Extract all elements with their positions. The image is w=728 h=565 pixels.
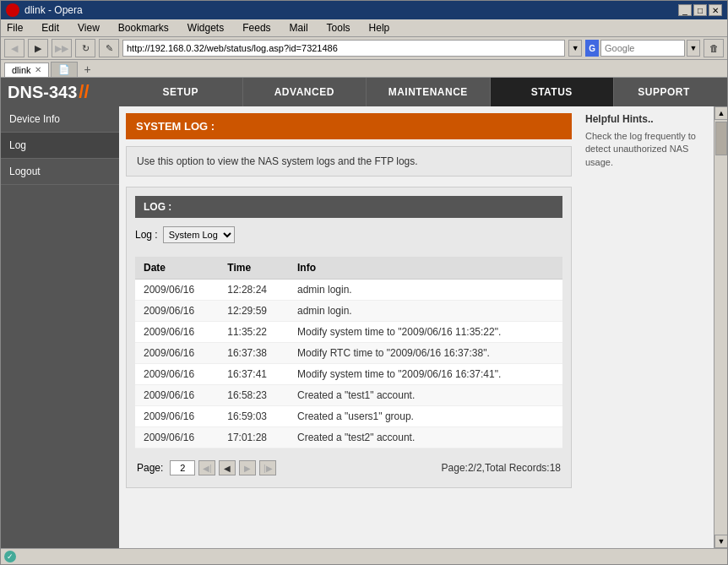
scrollbar[interactable]: ▲ ▼ (714, 106, 727, 548)
brand-slashes: // (79, 81, 89, 103)
log-table-row: 2009/06/16 16:37:41 Modify system time t… (135, 364, 562, 385)
tab-label: dlink (12, 65, 31, 75)
log-info-cell: Created a "test1" account. (289, 385, 562, 406)
address-bar: ▼ (122, 40, 582, 57)
scroll-up-button[interactable]: ▲ (714, 106, 727, 120)
reload-button[interactable]: ↻ (75, 39, 95, 57)
log-time-cell: 16:59:03 (219, 406, 289, 427)
log-table-header-row: Date Time Info (135, 257, 562, 280)
address-dropdown-button[interactable]: ▼ (568, 40, 582, 57)
sidebar-item-device-info[interactable]: Device Info (1, 106, 119, 133)
helpful-hints-panel: Helpful Hints.. Check the log frequently… (579, 106, 714, 548)
menu-widgets[interactable]: Widgets (185, 21, 226, 35)
edit-button[interactable]: ✎ (99, 39, 119, 57)
col-time: Time (219, 257, 289, 280)
tab-close-icon[interactable]: ✕ (35, 65, 41, 74)
system-log-description: Use this option to view the NAS system l… (126, 146, 572, 177)
log-table-row: 2009/06/16 16:59:03 Created a "users1" g… (135, 406, 562, 427)
nav-tab-maintenance[interactable]: MAINTENANCE (367, 78, 491, 106)
top-nav: DNS-343 // SETUP ADVANCED MAINTENANCE ST… (1, 78, 727, 106)
tab-blank-icon: 📄 (58, 64, 70, 75)
browser-tab-dlink[interactable]: dlink ✕ (4, 62, 49, 77)
hints-title: Helpful Hints.. (585, 113, 707, 125)
nav-tab-status[interactable]: STATUS (491, 78, 615, 106)
menu-view[interactable]: View (75, 21, 102, 35)
app-content: DNS-343 // SETUP ADVANCED MAINTENANCE ST… (1, 78, 727, 548)
log-time-cell: 16:37:41 (219, 364, 289, 385)
log-info-cell: Modify system time to "2009/06/16 11:35:… (289, 322, 562, 343)
main-layout: Device Info Log Logout SYSTEM LOG : Use … (1, 106, 727, 548)
system-log-header: SYSTEM LOG : (126, 113, 572, 139)
browser-tab-blank[interactable]: 📄 (51, 62, 78, 77)
log-table-row: 2009/06/16 16:37:38 Modify RTC time to "… (135, 343, 562, 364)
last-page-button[interactable]: |▶ (259, 460, 276, 475)
status-bar: ✓ (1, 548, 727, 564)
log-time-cell: 16:58:23 (219, 385, 289, 406)
menu-bookmarks[interactable]: Bookmarks (116, 21, 171, 35)
log-date-cell: 2009/06/16 (135, 364, 219, 385)
log-date-cell: 2009/06/16 (135, 280, 219, 301)
nav-tab-support[interactable]: SUPPORT (614, 78, 714, 106)
address-input[interactable] (122, 40, 565, 57)
log-type-select[interactable]: System Log FTP Log (163, 226, 235, 243)
forward-button[interactable]: ▶ (28, 39, 48, 57)
menu-tools[interactable]: Tools (324, 21, 353, 35)
scroll-down-button[interactable]: ▼ (714, 535, 727, 548)
pagination: Page: ◀| ◀ ▶ |▶ Page:2/2,Total Records:1… (135, 457, 562, 479)
search-logo: G (585, 40, 599, 57)
content-inner: SYSTEM LOG : Use this option to view the… (119, 106, 579, 495)
close-button[interactable]: ✕ (709, 4, 722, 16)
sidebar-item-log[interactable]: Log (1, 133, 119, 159)
log-info-cell: Modify system time to "2009/06/16 16:37:… (289, 364, 562, 385)
log-table-row: 2009/06/16 11:35:22 Modify system time t… (135, 322, 562, 343)
log-date-cell: 2009/06/16 (135, 322, 219, 343)
nav-tab-advanced[interactable]: ADVANCED (243, 78, 367, 106)
prev-page-button[interactable]: ◀ (219, 460, 236, 475)
log-info-cell: Modify RTC time to "2009/06/16 16:37:38"… (289, 343, 562, 364)
menu-mail[interactable]: Mail (287, 21, 311, 35)
title-controls: _ □ ✕ (678, 4, 722, 16)
menu-help[interactable]: Help (367, 21, 393, 35)
minimize-button[interactable]: _ (678, 4, 692, 16)
menu-bar: File Edit View Bookmarks Widgets Feeds M… (1, 19, 727, 37)
log-section: LOG : Log : System Log FTP Log Da (126, 187, 572, 488)
brand-name: DNS-343 (8, 83, 77, 102)
maximize-button[interactable]: □ (693, 4, 707, 16)
page-label: Page: (137, 462, 163, 474)
log-table: Date Time Info 2009/06/16 12:28:24 admin… (135, 257, 562, 448)
search-input[interactable] (600, 40, 685, 57)
log-table-row: 2009/06/16 17:01:28 Created a "test2" ac… (135, 427, 562, 448)
log-time-cell: 11:35:22 (219, 322, 289, 343)
first-page-button[interactable]: ◀| (198, 460, 215, 475)
title-bar: dlink - Opera _ □ ✕ (1, 1, 727, 19)
search-box: G ▼ (585, 40, 700, 57)
log-info-cell: admin login. (289, 280, 562, 301)
nav-tab-setup[interactable]: SETUP (119, 78, 243, 106)
back-button[interactable]: ◀ (4, 39, 24, 57)
scroll-track (714, 120, 727, 535)
fast-forward-button[interactable]: ▶▶ (52, 39, 72, 57)
log-time-cell: 17:01:28 (219, 427, 289, 448)
new-tab-button[interactable]: + (79, 62, 96, 77)
log-time-cell: 12:28:24 (219, 280, 289, 301)
next-page-button[interactable]: ▶ (239, 460, 256, 475)
search-dropdown-button[interactable]: ▼ (687, 40, 700, 57)
scroll-thumb[interactable] (715, 122, 727, 155)
window-title: dlink - Opera (24, 4, 83, 16)
menu-edit[interactable]: Edit (39, 21, 62, 35)
log-info-cell: Created a "users1" group. (289, 406, 562, 427)
browser-window: dlink - Opera _ □ ✕ File Edit View Bookm… (0, 0, 728, 565)
log-info-cell: Created a "test2" account. (289, 427, 562, 448)
menu-file[interactable]: File (4, 21, 25, 35)
opera-logo-icon (6, 3, 19, 17)
log-table-row: 2009/06/16 12:28:24 admin login. (135, 280, 562, 301)
nav-scrollbar-spacer (714, 78, 727, 106)
log-time-cell: 12:29:59 (219, 301, 289, 322)
page-number-input[interactable] (170, 460, 195, 475)
trash-button[interactable]: 🗑 (704, 39, 724, 57)
log-label: Log : (135, 229, 158, 241)
sidebar-item-logout[interactable]: Logout (1, 159, 119, 185)
col-info: Info (289, 257, 562, 280)
menu-feeds[interactable]: Feeds (240, 21, 273, 35)
log-date-cell: 2009/06/16 (135, 385, 219, 406)
